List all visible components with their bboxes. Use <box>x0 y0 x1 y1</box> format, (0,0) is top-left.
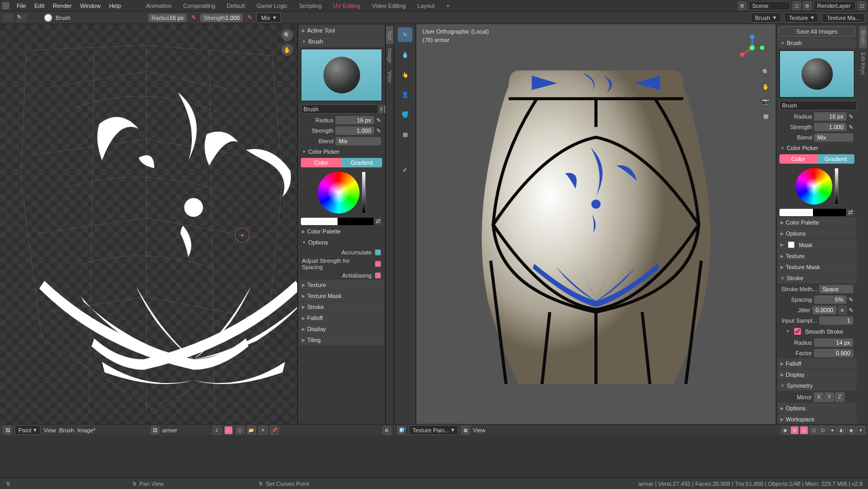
r-section-texmask[interactable]: ▶Texture Mask <box>777 262 856 272</box>
r-gradient-btn[interactable]: Gradient <box>817 154 855 164</box>
jitter-pressure[interactable]: ✎ <box>849 307 853 314</box>
shading-lookdev-icon[interactable]: ◐ <box>838 426 846 434</box>
vp-context-toggle[interactable]: ▦ <box>461 426 470 434</box>
jitter-field[interactable]: 0.0000 <box>812 306 837 314</box>
vp-gizmo-toggle[interactable]: ⊕ <box>790 426 799 434</box>
section-texture-mask[interactable]: ▶Texture Mask <box>299 291 384 301</box>
vp-menu-view[interactable]: View <box>473 427 485 433</box>
panel-strength-pressure[interactable]: ✎ <box>376 127 381 134</box>
tab-layout[interactable]: Layout <box>412 1 440 10</box>
brush-users-count[interactable]: 2 <box>379 105 383 113</box>
r-color-gradient-toggle[interactable]: Color Gradient <box>779 154 854 164</box>
tab-animation[interactable]: Animation <box>141 1 177 10</box>
section-options[interactable]: ▼Options <box>299 237 384 248</box>
brush-popover[interactable]: Brush▾ <box>751 13 782 23</box>
r-radius-field[interactable]: 16 px <box>814 112 847 121</box>
section-tiling[interactable]: ▶Tiling <box>299 335 384 345</box>
image-unlink[interactable]: ✕ <box>259 426 267 434</box>
mirror-x-toggle[interactable]: X <box>814 392 823 402</box>
vp-xray-toggle[interactable]: ◫ <box>809 426 818 434</box>
menu-file[interactable]: File <box>13 1 30 10</box>
vp-mode-dropdown[interactable]: Texture Pain...▾ <box>409 425 458 435</box>
vp-camera-icon[interactable]: 📷 <box>760 95 772 107</box>
scene-name-field[interactable]: Scene <box>748 1 790 10</box>
r-section-falloff[interactable]: ▶Falloff <box>777 358 856 369</box>
r-strength-pressure[interactable]: ✎ <box>849 124 853 131</box>
uv-mode-dropdown[interactable]: Paint▾ <box>15 425 40 435</box>
tab-scripting[interactable]: Scripting <box>294 1 327 10</box>
vp-editor-type-icon[interactable]: 🧊 <box>397 426 406 434</box>
orientation-gizmo[interactable] <box>739 35 765 61</box>
brush-name-field[interactable]: Brush <box>56 15 113 21</box>
radius-field[interactable]: Radius16 px <box>148 14 187 22</box>
color-mode-button[interactable]: Color <box>301 158 342 167</box>
texture-popover[interactable]: Texture▾ <box>784 13 819 23</box>
renderlayer-new-button[interactable]: ◫ <box>858 2 866 10</box>
mask-tool-icon[interactable]: ▦ <box>398 127 413 142</box>
annotate-tool-icon[interactable]: ✐ <box>398 163 413 177</box>
uv-tab-tool[interactable]: Tool <box>386 26 394 44</box>
pan-hand-icon[interactable]: ✋ <box>281 44 293 56</box>
r-value-slider[interactable] <box>834 168 839 205</box>
uv-menu-view[interactable]: View <box>44 427 56 433</box>
panel-blend-dropdown[interactable]: Mix <box>335 137 381 145</box>
stroke-method-dropdown[interactable]: Space <box>819 285 853 293</box>
brush-preview[interactable] <box>301 49 382 101</box>
color-swatch-icon[interactable] <box>44 14 52 22</box>
image-open[interactable]: 📂 <box>247 426 256 434</box>
right-tab-editkeys[interactable]: Edit Keys <box>859 48 867 79</box>
uv-tab-view[interactable]: View <box>386 67 394 87</box>
section-falloff[interactable]: ▶Falloff <box>299 313 384 323</box>
vp-zoom-icon[interactable]: 🔍 <box>760 66 772 78</box>
menu-render[interactable]: Render <box>49 1 76 10</box>
uv-gizmos-toggle[interactable]: ⊞ <box>383 426 391 434</box>
section-color-picker[interactable]: ▼Color Picker <box>299 146 384 157</box>
image-users[interactable]: 2 <box>213 426 221 434</box>
jitter-unit-toggle[interactable]: ⊕ <box>839 306 847 314</box>
shading-rendered-icon[interactable]: ◉ <box>847 426 855 434</box>
section-active-tool[interactable]: ▶Active Tool <box>299 25 384 36</box>
uv-menu-brush[interactable]: Brush <box>59 427 74 433</box>
section-texture[interactable]: ▶Texture <box>299 280 384 290</box>
strength-pressure-toggle[interactable]: ✎ <box>246 14 253 21</box>
r-swatch-bar[interactable]: ⇄ <box>779 209 854 216</box>
uv-menu-image[interactable]: Image* <box>77 427 95 433</box>
tab-videoediting[interactable]: Video Editing <box>367 1 411 10</box>
tab-compositing[interactable]: Compositing <box>178 1 220 10</box>
r-section-options[interactable]: ▶Options <box>777 228 856 239</box>
tab-uvediting[interactable]: UV Editing <box>328 1 366 10</box>
smear-tool-icon[interactable]: 👆 <box>398 67 413 82</box>
mask-checkbox[interactable] <box>788 241 795 248</box>
renderlayer-field[interactable]: RenderLayer <box>813 1 855 10</box>
texture-mask-popover[interactable]: Texture Ma... <box>822 13 865 23</box>
adjust-strength-checkbox[interactable] <box>375 261 381 267</box>
input-samples-field[interactable]: 1 <box>819 316 853 325</box>
draw-tool-icon[interactable]: ✎ <box>398 27 413 42</box>
spacing-pressure[interactable]: ✎ <box>849 296 853 303</box>
r-section-texture[interactable]: ▶Texture <box>777 251 856 261</box>
fill-tool-icon[interactable]: 🪣 <box>398 107 413 122</box>
tab-default[interactable]: Default <box>222 1 251 10</box>
vp-overlay-toggle[interactable]: ◎ <box>800 426 808 434</box>
spacing-field[interactable]: 5% <box>814 295 847 304</box>
editor-type-icon[interactable] <box>3 14 14 22</box>
zoom-icon[interactable]: 🔍 <box>281 29 293 41</box>
value-slider[interactable] <box>362 172 366 214</box>
r-brush-name-input[interactable] <box>779 101 857 110</box>
r-brush-preview[interactable] <box>779 50 854 98</box>
accumulate-checkbox[interactable] <box>375 249 381 256</box>
radius-pressure-toggle[interactable]: ✎ <box>190 14 197 21</box>
r-section-roptions[interactable]: ▶Options <box>777 403 856 413</box>
mirror-z-toggle[interactable]: Z <box>835 392 844 402</box>
clone-tool-icon[interactable]: 👤 <box>398 87 413 102</box>
scene-browse-icon[interactable]: ⊞ <box>738 2 746 10</box>
section-stroke[interactable]: ▶Stroke <box>299 302 384 312</box>
uv-tab-image[interactable]: Image <box>386 44 394 67</box>
r-section-colorpicker[interactable]: ▼Color Picker <box>777 143 856 153</box>
right-tab-brush[interactable]: Brush <box>859 26 867 48</box>
tab-gamelogic[interactable]: Game Logic <box>251 1 292 10</box>
shading-solid-icon[interactable]: ● <box>828 426 837 434</box>
section-display[interactable]: ▶Display <box>299 324 384 334</box>
scene-new-button[interactable]: ◫ <box>793 2 801 10</box>
vp-pan-icon[interactable]: ✋ <box>760 81 772 92</box>
